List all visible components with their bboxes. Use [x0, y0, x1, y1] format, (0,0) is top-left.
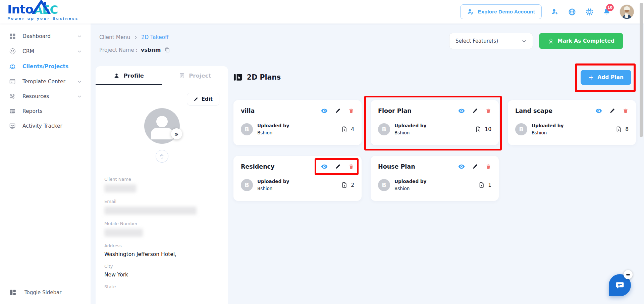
select-features-dropdown[interactable]: Select Feature(s): [449, 33, 533, 49]
plan-card-actions: [595, 107, 629, 115]
uploader-name: Bshion: [394, 130, 426, 135]
user-avatar[interactable]: [620, 5, 634, 19]
chevron-right-icon: [133, 35, 138, 40]
activity-monitor-icon: [9, 123, 16, 129]
add-plan-button[interactable]: + Add Plan: [581, 70, 631, 85]
uploader-avatar: B: [515, 123, 527, 135]
switch-account-icon: [467, 8, 474, 15]
edit-pencil-icon[interactable]: [472, 108, 478, 114]
logo-text-aec: AEC: [34, 4, 58, 15]
pdf-count-value: 2: [351, 182, 354, 188]
field-label: Client Name: [104, 177, 219, 182]
toggle-sidebar-label: Toggle Sidebar: [24, 290, 61, 296]
chevron-down-icon: [77, 49, 82, 54]
dashboard-grid-icon: [9, 33, 16, 40]
redacted-value: [104, 184, 136, 192]
pdf-count-value: 1: [488, 182, 491, 188]
sidebar-item-resources[interactable]: Resources: [0, 89, 91, 104]
add-user-icon[interactable]: [551, 8, 559, 16]
sidebar-item-label: CRM: [22, 48, 34, 54]
redacted-value: [104, 207, 197, 215]
edit-pencil-icon[interactable]: [335, 164, 341, 170]
uploaded-by-label: Uploaded by: [257, 179, 289, 184]
delete-trash-icon[interactable]: [348, 108, 354, 114]
view-eye-icon[interactable]: [458, 107, 465, 115]
view-eye-icon[interactable]: [595, 107, 602, 115]
settings-gear-icon[interactable]: [585, 8, 594, 16]
plans-section: 2D Plans + Add Plan villa: [233, 67, 637, 201]
field-label: City: [104, 264, 219, 269]
view-eye-icon[interactable]: [321, 107, 328, 115]
view-eye-icon[interactable]: [321, 163, 328, 170]
field-client-name: Client Name: [104, 177, 219, 192]
trash-small-icon: [159, 154, 164, 159]
profile-tabs: Profile Project: [96, 66, 228, 85]
tab-project-label: Project: [189, 73, 211, 79]
edit-pencil-icon[interactable]: [609, 108, 615, 114]
sidebar-item-label: Dashboard: [22, 33, 51, 39]
sidebar-item-template-center[interactable]: Template Center: [0, 74, 91, 89]
plans-title-label: 2D Plans: [247, 73, 281, 81]
delete-trash-icon[interactable]: [348, 164, 354, 170]
mark-as-completed-label: Mark As Completed: [557, 38, 614, 44]
breadcrumb-client-menu[interactable]: Client Menu: [99, 34, 130, 40]
tab-project[interactable]: Project: [162, 66, 228, 85]
field-mobile-number: Mobile Number: [104, 221, 219, 237]
delete-trash-icon[interactable]: [623, 108, 629, 114]
chat-minimize-button[interactable]: [624, 270, 633, 279]
client-profile-panel: Profile Project Edit: [96, 66, 228, 304]
uploaded-by-label: Uploaded by: [394, 123, 426, 128]
explore-demo-label: Explore Demo Account: [478, 9, 535, 15]
edit-pencil-icon[interactable]: [472, 164, 478, 170]
tab-profile[interactable]: Profile: [96, 66, 162, 85]
app-header: Into AEC Power up your Business Explore …: [0, 0, 644, 24]
breadcrumb: Client Menu 2D Takeoff Project Name : vs…: [99, 34, 170, 53]
mark-as-completed-button[interactable]: Mark As Completed: [539, 33, 623, 49]
sidebar-item-dashboard[interactable]: Dashboard: [0, 29, 91, 44]
breadcrumb-2d-takeoff[interactable]: 2D Takeoff: [141, 34, 168, 40]
edit-pencil-icon[interactable]: [335, 108, 341, 114]
plus-icon: +: [588, 74, 594, 81]
sidebar-item-activity-tracker[interactable]: Activity Tracker: [0, 119, 91, 133]
sidebar-item-clients-projects[interactable]: Clients/Projects: [0, 59, 91, 74]
uploader-avatar: B: [378, 123, 390, 135]
delete-trash-icon[interactable]: [485, 108, 491, 114]
notifications-bell-icon[interactable]: 10: [603, 8, 611, 16]
explore-demo-button[interactable]: Explore Demo Account: [460, 4, 542, 19]
remove-avatar-button[interactable]: [156, 150, 168, 163]
field-label: Email: [104, 199, 219, 204]
uploaded-by-label: Uploaded by: [394, 179, 426, 184]
sidebar-item-label: Reports: [22, 108, 42, 114]
toggle-sidebar-button[interactable]: Toggle Sidebar: [0, 284, 91, 301]
copy-icon[interactable]: [164, 47, 170, 53]
redacted-value: [104, 229, 143, 237]
language-globe-icon[interactable]: [568, 8, 576, 16]
edit-profile-button[interactable]: Edit: [187, 93, 219, 105]
logo-tagline: Power up your Business: [7, 17, 78, 20]
vertical-scrollbar[interactable]: [640, 3, 643, 137]
chevron-down-icon: [77, 34, 82, 39]
sidebar-item-crm[interactable]: CRM: [0, 44, 91, 59]
delete-trash-icon[interactable]: [485, 164, 491, 170]
plan-card-title: villa: [241, 107, 255, 114]
project-name-label: Project Name :: [99, 47, 138, 53]
pencil-icon: [194, 97, 199, 102]
pdf-count-value: 4: [351, 126, 354, 132]
medal-icon: [548, 38, 554, 44]
uploader-name: Bshion: [257, 186, 289, 191]
view-eye-icon[interactable]: [458, 163, 465, 170]
person-icon: [113, 73, 120, 79]
uploaded-by-label: Uploaded by: [532, 123, 564, 128]
field-value: New York: [104, 272, 219, 278]
sidebar-items: Dashboard CRM: [0, 29, 91, 133]
app-logo[interactable]: Into AEC Power up your Business: [7, 3, 78, 20]
template-window-icon: [9, 78, 16, 85]
reports-table-icon: [9, 108, 16, 115]
avatar-expand-button[interactable]: »: [171, 128, 182, 139]
chat-bubble-icon: [615, 280, 625, 290]
sidebar-item-label: Resources: [22, 93, 49, 99]
uploader-name: Bshion: [532, 130, 564, 135]
plan-card-residency: Residency: [233, 156, 362, 201]
sidebar-item-reports[interactable]: Reports: [0, 104, 91, 119]
pdf-file-icon: [475, 126, 482, 133]
